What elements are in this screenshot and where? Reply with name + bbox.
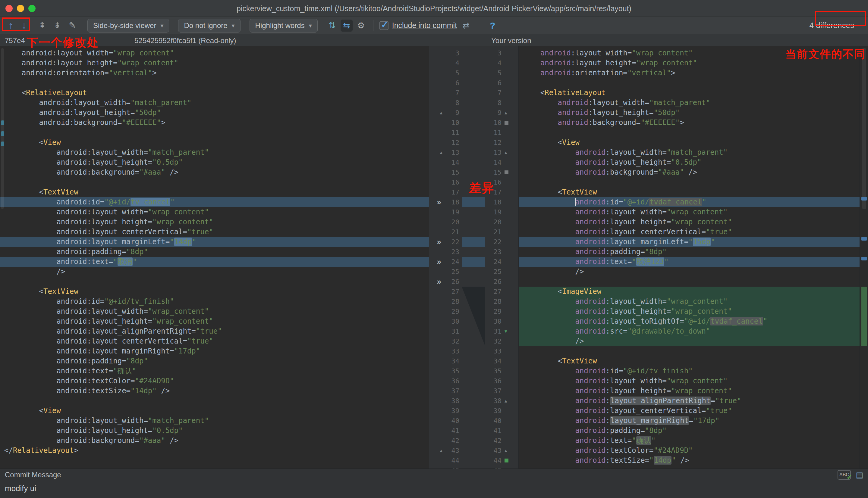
left-scrollbar[interactable] [0, 47, 5, 469]
left-line-number: 26 [443, 278, 462, 286]
code-line: android:background="#aaa" /> [519, 167, 859, 177]
code-line: android:layout_height="wrap_content" [0, 217, 429, 227]
left-line-number: 23 [443, 248, 462, 255]
left-revision-prefix: 757e4 [5, 37, 25, 45]
code-line: android:layout_centerVertical="true" [519, 227, 859, 237]
gutter-row: 2121 [429, 227, 519, 237]
right-line-number: 24 [485, 258, 504, 265]
gutter-row: 4141 [429, 426, 519, 436]
fold-icon[interactable]: ▴ [505, 109, 507, 116]
change-stripe-mark[interactable] [1, 131, 4, 136]
code-line: android:layout_height="wrap_content" [519, 217, 859, 227]
sync-scroll-icon[interactable]: ⇆ [341, 19, 353, 31]
fold-icon[interactable]: ▴ [505, 149, 507, 156]
gutter-row: 2323 [429, 247, 519, 257]
gutter-row: »2424 [429, 257, 519, 267]
gutter-row: 1111 [429, 128, 519, 137]
spellcheck-icon[interactable]: ABC ✓ [838, 470, 851, 480]
code-line: android:layout_height="50dp" [519, 108, 859, 118]
code-line: android:layout_width="match_parent" [0, 98, 429, 108]
highlight-policy-dropdown[interactable]: Highlight words ▾ [250, 19, 318, 32]
left-line-number: 34 [443, 357, 462, 365]
modified-stripe-mark[interactable] [861, 197, 867, 200]
right-line-number: 8 [485, 99, 504, 107]
code-line: android:id="@+id/tv_finish" [0, 297, 429, 306]
fold-icon[interactable]: ▴ [505, 447, 507, 454]
left-line-number: 33 [443, 348, 462, 355]
code-line: android:layout_width="wrap_content" [0, 207, 429, 217]
left-line-number: 18 [443, 198, 462, 206]
left-line-number: 6 [443, 79, 462, 87]
gutter-row: 4545 [429, 466, 519, 469]
code-line [0, 396, 429, 406]
expand-icon[interactable]: ▾ [505, 328, 507, 335]
left-line-number: 12 [443, 139, 462, 146]
fold-icon[interactable]: ▴ [440, 150, 443, 155]
include-into-commit-checkbox[interactable]: ✓ Include into commit [380, 21, 457, 30]
code-line: </RelativeLayout> [0, 446, 429, 456]
left-line-number: 13 [443, 149, 462, 156]
gutter-row: »2222 [429, 237, 519, 247]
viewer-mode-dropdown[interactable]: Side-by-side viewer ▾ [87, 19, 169, 32]
code-line: <TextView [0, 187, 429, 197]
code-line: android:text="取消" [0, 257, 429, 267]
gutter-row: ▴4343▴ [429, 446, 519, 456]
edit-source-icon[interactable]: ✎ [66, 19, 78, 31]
whitespace-policy-label: Do not ignore [184, 22, 227, 30]
window-title: pickerview_custom_time.xml (/Users/tikit… [0, 0, 868, 17]
move-to-changelist-icon[interactable]: ⇄ [460, 19, 472, 31]
left-line-number: 16 [443, 179, 462, 186]
modified-stripe-mark[interactable] [861, 257, 867, 260]
right-line-number: 36 [485, 377, 504, 385]
code-line: android:layout_centerVertical="true" [0, 336, 429, 346]
whitespace-policy-dropdown[interactable]: Do not ignore ▾ [178, 19, 240, 32]
left-revision-title: 525425952f0fca5f1 (Read-only) [135, 37, 236, 45]
gutter-row: 44 [429, 58, 519, 68]
modified-stripe-mark[interactable] [861, 237, 867, 240]
left-line-number: 5 [443, 69, 462, 77]
right-line-number: 3 [485, 49, 504, 57]
code-line: android:layout_width="match_parent" [0, 147, 429, 157]
gutter-row: ▴99▴ [429, 108, 519, 118]
commit-history-icon[interactable]: ▤ [856, 470, 863, 480]
code-line: android:layout_height="wrap_content" [0, 316, 429, 326]
code-line: /> [519, 267, 859, 277]
previous-changed-file-icon[interactable]: ⇞ [36, 19, 48, 31]
change-stripe-mark[interactable] [1, 120, 4, 125]
right-line-number: 5 [485, 69, 504, 77]
gutter-row: 3737 [429, 386, 519, 396]
left-line-number: 14 [443, 159, 462, 166]
fold-icon[interactable]: ▴ [505, 398, 507, 404]
collapse-unchanged-icon[interactable]: ⇅ [326, 19, 338, 31]
right-line-number: 27 [485, 288, 504, 296]
right-scrollbar[interactable] [859, 47, 868, 469]
next-changed-file-icon[interactable]: ⇟ [51, 19, 63, 31]
gutter-row: 2020 [429, 217, 519, 227]
right-line-number: 21 [485, 228, 504, 236]
fold-icon[interactable]: ▴ [440, 448, 443, 454]
code-line: android:layout_width="wrap_content" [519, 376, 859, 386]
left-editor-pane[interactable]: android:layout_width="wrap_content" andr… [0, 47, 429, 469]
settings-gear-icon[interactable]: ⚙ [355, 19, 367, 31]
fold-icon[interactable]: ▴ [440, 110, 443, 116]
left-line-number: 20 [443, 218, 462, 226]
right-line-number: 25 [485, 268, 504, 275]
left-line-number: 42 [443, 437, 462, 444]
right-line-number: 13 [485, 149, 504, 156]
added-stripe-mark[interactable] [861, 287, 867, 346]
left-line-number: 29 [443, 308, 462, 315]
commit-message-input[interactable]: modify ui [0, 481, 868, 493]
code-line: android:layout_width="match_parent" [519, 98, 859, 108]
annotation-box-arrows [2, 17, 30, 31]
title-bar: pickerview_custom_time.xml (/Users/tikit… [0, 0, 868, 17]
gutter-row: 2525 [429, 267, 519, 277]
right-editor-pane[interactable]: android:layout_width="wrap_content" andr… [519, 47, 859, 469]
code-line: android:layout_alignParentRight="true" [0, 326, 429, 336]
left-line-number: 7 [443, 89, 462, 97]
help-icon[interactable]: ? [486, 19, 498, 31]
checkbox-box[interactable]: ✓ [380, 21, 388, 30]
code-line: android:layout_height="wrap_content" [519, 306, 859, 316]
change-stripe-mark[interactable] [1, 142, 4, 146]
annotation-box-differences [815, 11, 866, 26]
gutter-row: 3333 [429, 346, 519, 356]
